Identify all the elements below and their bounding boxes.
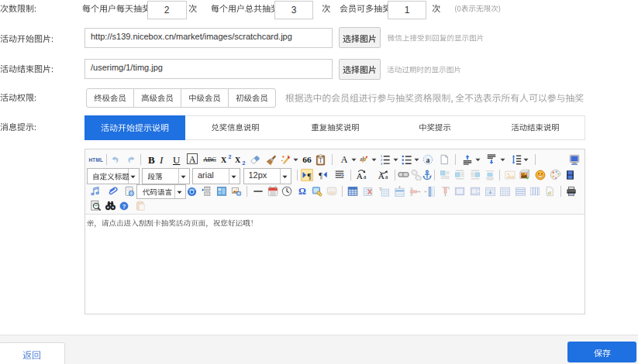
- svg-text:T: T: [319, 157, 322, 164]
- svg-text:3: 3: [381, 162, 383, 165]
- svg-text:66: 66: [302, 155, 312, 164]
- svg-text:A: A: [378, 171, 385, 180]
- svg-text:a: a: [364, 173, 367, 180]
- svg-text:A: A: [357, 171, 364, 180]
- svg-text:¶: ¶: [307, 170, 311, 180]
- svg-text:a: a: [385, 173, 388, 180]
- svg-text:Ω: Ω: [298, 186, 306, 197]
- svg-text:?: ?: [122, 203, 126, 210]
- svg-text:¶: ¶: [319, 171, 322, 180]
- svg-text:a: a: [426, 156, 430, 164]
